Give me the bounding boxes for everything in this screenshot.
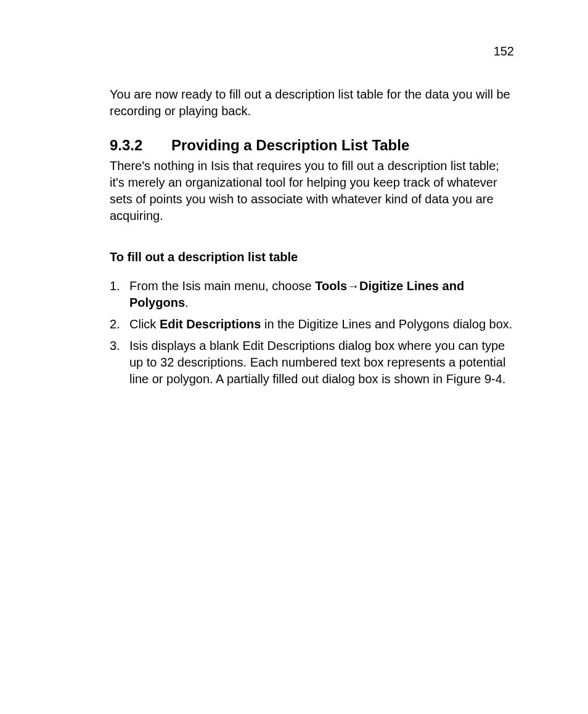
list-item: 3. Isis displays a blank Edit Descriptio…: [110, 338, 514, 387]
section-number: 9.3.2: [110, 137, 171, 154]
step-text-post: .: [185, 296, 189, 309]
step-text-pre: Click: [129, 317, 160, 331]
section-title: Providing a Description List Table: [171, 137, 409, 153]
step-number: 2.: [110, 316, 120, 333]
step-text-pre: From the Isis main menu, choose: [129, 279, 315, 293]
step-text-bold: Edit Descriptions: [160, 317, 261, 331]
section-paragraph: There's nothing in Isis that requires yo…: [110, 158, 514, 224]
procedure-heading: To fill out a description list table: [110, 250, 514, 264]
step-text-post: in the Digitize Lines and Polygons dialo…: [261, 317, 512, 331]
page-content: You are now ready to fill out a descript…: [110, 86, 514, 392]
step-text-pre: Isis displays a blank Edit Descriptions …: [129, 339, 505, 386]
step-number: 1.: [110, 278, 120, 294]
intro-paragraph: You are now ready to fill out a descript…: [110, 86, 514, 120]
list-item: 2. Click Edit Descriptions in the Digiti…: [110, 316, 514, 333]
procedure-steps: 1. From the Isis main menu, choose Tools…: [110, 278, 514, 387]
step-number: 3.: [110, 338, 120, 354]
list-item: 1. From the Isis main menu, choose Tools…: [110, 278, 514, 311]
section-header: 9.3.2Providing a Description List Table: [110, 137, 514, 154]
page-number: 152: [494, 44, 514, 59]
